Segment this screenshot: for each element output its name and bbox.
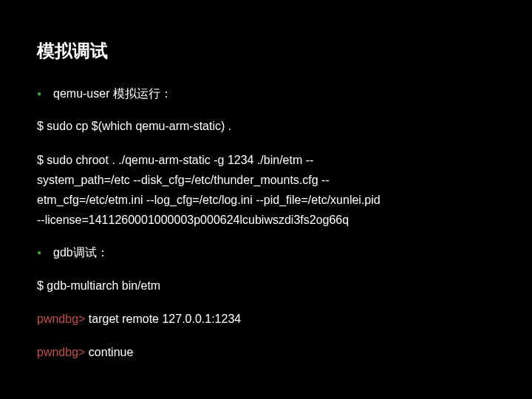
- pwndbg-prompt-icon: pwndbg>: [37, 346, 85, 358]
- cmd-text: target remote 127.0.0.1:1234: [85, 313, 241, 325]
- cmd-text: etm_cfg=/etc/etm.ini --log_cfg=/etc/log.…: [37, 194, 381, 206]
- bullet-qemu-text: qemu-user 模拟运行：: [53, 87, 172, 100]
- shell-prompt-icon: $: [37, 120, 44, 132]
- cmd-line-gdb: $ gdb-multiarch bin/etm: [37, 276, 495, 296]
- shell-prompt-icon: $: [37, 154, 44, 166]
- cmd-text: system_path=/etc --disk_cfg=/etc/thunder…: [37, 174, 330, 186]
- cmd-line-chroot: $ sudo chroot . ./qemu-arm-static -g 123…: [37, 150, 495, 231]
- bullet-gdb: gdb调试：: [37, 243, 495, 262]
- pwndbg-prompt-icon: pwndbg>: [37, 313, 85, 325]
- cmd-text: sudo cp $(which qemu-arm-static) .: [44, 120, 231, 132]
- cmd-text: continue: [85, 346, 133, 358]
- bullet-qemu: qemu-user 模拟运行：: [37, 84, 495, 103]
- slide-title: 模拟调试: [37, 41, 495, 62]
- cmd-text: sudo chroot . ./qemu-arm-static -g 1234 …: [44, 154, 313, 166]
- cmd-line-target: pwndbg> target remote 127.0.0.1:1234: [37, 309, 495, 329]
- cmd-line-continue: pwndbg> continue: [37, 342, 495, 362]
- cmd-text: --license=1411260001000003p000624lcubiws…: [37, 214, 349, 226]
- content-list: qemu-user 模拟运行： $ sudo cp $(which qemu-a…: [37, 84, 495, 363]
- shell-prompt-icon: $: [37, 279, 44, 292]
- bullet-gdb-text: gdb调试：: [53, 246, 109, 259]
- cmd-text: gdb-multiarch bin/etm: [44, 279, 160, 292]
- cmd-line-cp: $ sudo cp $(which qemu-arm-static) .: [37, 116, 495, 136]
